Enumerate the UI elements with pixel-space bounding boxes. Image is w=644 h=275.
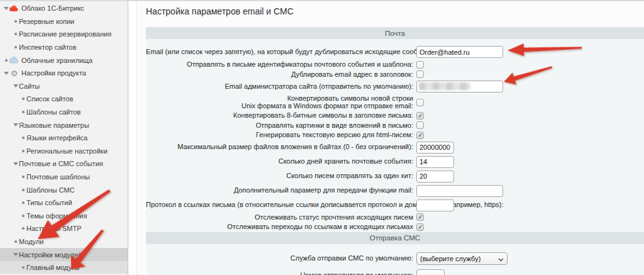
sms-sender-select[interactable] <box>416 269 445 275</box>
sidebar-item-smtp-settings[interactable]: Настройки SMTP <box>0 222 128 235</box>
sidebar-item-product-settings[interactable]: ⚙Настройки продукта <box>0 67 128 80</box>
sidebar-item-regional-settings[interactable]: Региональные настройки <box>0 145 128 158</box>
duplicate-email-header-checkbox[interactable] <box>416 70 424 78</box>
convert-8bit-label: Конвертировать 8-битные символы в заголо… <box>146 112 416 120</box>
link-protocol-input[interactable] <box>416 199 454 211</box>
chevron-down-icon <box>435 270 441 275</box>
row-mail-function-param: Дополнительный параметр для передачи фун… <box>146 184 644 198</box>
convert-newlines-label: Конвертировать символы новой строкиUnix … <box>146 95 416 109</box>
sidebar-item-site-list[interactable]: Список сайтов <box>0 93 128 106</box>
row-sms-sender: Номер отправителя по умолчанию: <box>146 267 644 275</box>
expand-toggle-icon[interactable] <box>13 84 19 87</box>
generate-text-version-checkbox[interactable] <box>416 132 424 139</box>
expand-toggle-icon[interactable] <box>13 162 19 166</box>
sidebar-item-label: Шаблоны сайтов <box>26 108 80 116</box>
row-track-read-status: Отслеживать статус прочтения исходящих п… <box>146 213 644 223</box>
max-attachment-size-input[interactable] <box>416 142 454 154</box>
section-title: Почта <box>385 30 405 37</box>
send-event-ids-checkbox[interactable] <box>416 61 424 69</box>
duplicate-email-label: Email (или список через запятую), на кот… <box>146 48 416 56</box>
sms-service-select-value: (выберите службу) <box>420 255 494 262</box>
section-header-sms: Отправка СМС <box>146 232 644 244</box>
sidebar-item-label: Почтовые шаблоны <box>26 173 90 181</box>
sidebar-gutter <box>128 1 137 275</box>
sidebar-item-label: Темы оформления <box>26 212 87 220</box>
row-duplicate-email: Email (или список через запятую), на кот… <box>146 44 644 60</box>
sidebar-item-main-module[interactable]: Главный модуль <box>0 261 128 274</box>
row-send-event-ids: Отправлять в письме идентификаторы почто… <box>146 60 644 70</box>
track-read-status-checkbox[interactable] <box>416 213 424 221</box>
row-convert-8bit: Конвертировать 8-битные символы в заголо… <box>146 111 644 121</box>
expand-toggle-icon[interactable] <box>3 7 9 10</box>
sidebar-item-label: Облачные хранилища <box>21 57 92 64</box>
max-attachment-size-label: Максимальный размер файлов вложения в ба… <box>146 143 416 151</box>
sidebar-item-site-templates[interactable]: Шаблоны сайтов <box>0 106 128 119</box>
cloud-icon <box>9 57 19 64</box>
row-keep-events-days: Сколько дней хранить почтовые события: <box>146 155 644 169</box>
sidebar-item-label: Региональные настройки <box>26 147 108 155</box>
track-link-clicks-checkbox[interactable] <box>416 223 424 231</box>
section-title: Отправка СМС <box>370 234 420 242</box>
bullet-icon <box>13 46 19 48</box>
gear-icon: ⚙ <box>9 69 19 77</box>
row-admin-email: Email администратора сайта (отправитель … <box>146 79 644 94</box>
keep-events-days-input[interactable] <box>416 156 454 168</box>
admin-email-input[interactable] <box>416 81 503 93</box>
bullet-icon <box>20 201 26 204</box>
sidebar-item-backup-copies[interactable]: Резервные копии <box>0 15 128 28</box>
sidebar-item-backup-schedule[interactable]: Расписание резервирования <box>0 28 128 41</box>
expand-toggle-icon[interactable] <box>13 123 19 126</box>
track-read-status-label: Отслеживать статус прочтения исходящих п… <box>146 214 416 222</box>
mail-function-param-input[interactable] <box>416 185 503 197</box>
chevron-down-icon <box>498 253 504 264</box>
sidebar-item-module-settings[interactable]: Настройки модулей <box>0 248 128 261</box>
bullet-icon <box>20 227 26 230</box>
bullet-icon <box>13 20 19 23</box>
images-as-attachments-label: Отправлять картинки в виде вложений в пи… <box>146 122 416 130</box>
sidebar-item-event-types[interactable]: Типы событий <box>0 196 128 210</box>
letters-per-hit-input[interactable] <box>416 171 454 182</box>
sidebar-item-cloud-bitrix[interactable]: Облако 1С-Битрикс <box>0 2 128 15</box>
app-window: Облако 1С-БитриксРезервные копииРасписан… <box>0 1 644 275</box>
expand-toggle-icon[interactable] <box>3 72 9 75</box>
sidebar-item-language-params[interactable]: Языковые параметры <box>0 118 128 132</box>
convert-8bit-checkbox[interactable] <box>416 112 424 120</box>
letters-per-hit-label: Сколько писем отправлять за один хит: <box>146 172 416 180</box>
sms-service-label: Служба отправки СМС по умолчанию: <box>146 255 416 262</box>
bullet-icon <box>20 98 26 100</box>
row-link-protocol: Протокол в ссылках письма (в относительн… <box>146 198 644 213</box>
sidebar-item-label: Типы событий <box>26 199 72 206</box>
sidebar-item-sms-templates[interactable]: Шаблоны СМС <box>0 183 128 196</box>
settings-form: ПочтаEmail (или список через запятую), н… <box>146 27 644 275</box>
sidebar-item-label: Сайты <box>19 82 40 90</box>
sidebar-item-label: Резервные копии <box>19 18 74 25</box>
sms-service-select[interactable]: (выберите службу) <box>416 252 508 265</box>
main-content: Настройка параметров email и СМС ПочтаEm… <box>137 1 644 275</box>
sidebar-item-mail-sms-events[interactable]: Почтовые и СМС события <box>0 157 128 171</box>
duplicate-email-input[interactable] <box>416 46 503 58</box>
row-convert-newlines: Конвертировать символы новой строкиUnix … <box>146 94 644 111</box>
bullet-icon <box>20 215 26 217</box>
row-letters-per-hit: Сколько писем отправлять за один хит: <box>146 169 644 184</box>
sidebar-item-label: Инспектор сайтов <box>19 43 76 51</box>
duplicate-email-header-label: Дублировать email адрес в заголовок: <box>146 71 416 79</box>
sidebar-item-cloud-storage[interactable]: Облачные хранилища <box>0 53 128 67</box>
row-images-as-attachments: Отправлять картинки в виде вложений в пи… <box>146 121 644 131</box>
sidebar-item-site-inspector[interactable]: Инспектор сайтов <box>0 41 128 54</box>
track-link-clicks-label: Отслеживать переходы по ссылкам в исходя… <box>146 223 416 231</box>
sidebar-item-design-themes[interactable]: Темы оформления <box>0 210 128 223</box>
sidebar-item-label: Главный модуль <box>26 264 79 271</box>
sidebar-item-label: Языковые параметры <box>19 121 89 129</box>
images-as-attachments-checkbox[interactable] <box>416 121 424 129</box>
convert-newlines-checkbox[interactable] <box>416 99 424 106</box>
bullet-icon <box>20 176 26 178</box>
sidebar-item-interface-languages[interactable]: Языки интерфейса <box>0 132 128 145</box>
row-track-link-clicks: Отслеживать переходы по ссылкам в исходя… <box>146 222 644 232</box>
mail-function-param-label: Дополнительный параметр для передачи фун… <box>146 187 416 194</box>
sidebar-item-mail-templates[interactable]: Почтовые шаблоны <box>0 171 128 184</box>
sidebar-item-label: Расписание резервирования <box>19 30 111 38</box>
sidebar-item-modules[interactable]: Модули <box>0 235 128 249</box>
sidebar-item-sites[interactable]: Сайты <box>0 80 128 93</box>
expand-toggle-icon[interactable] <box>13 253 19 256</box>
bullet-icon <box>20 266 26 269</box>
